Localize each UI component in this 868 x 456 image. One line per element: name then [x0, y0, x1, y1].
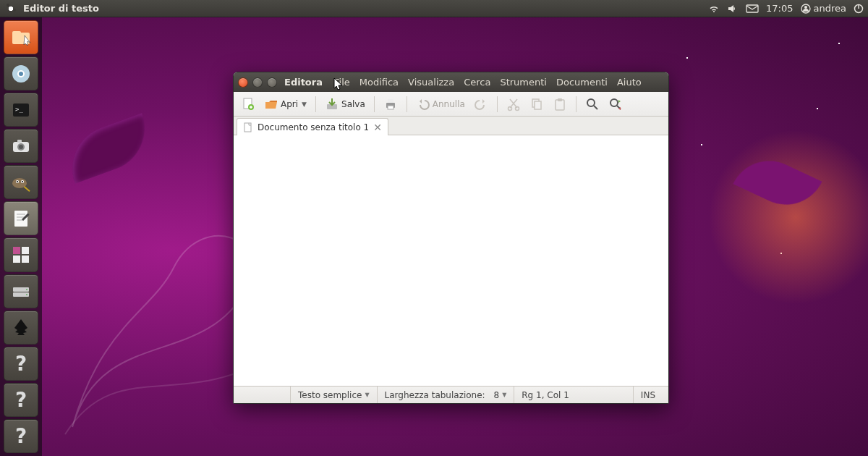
document-icon [243, 122, 253, 132]
ubuntu-logo-icon[interactable] [4, 2, 17, 15]
sound-indicator[interactable] [727, 4, 739, 14]
window-minimize-button[interactable] [252, 77, 263, 88]
toolbar-separator [374, 96, 375, 112]
open-button[interactable]: Apri▼ [261, 95, 310, 114]
launcher-terminal[interactable]: >_ [4, 93, 38, 127]
launcher-gedit[interactable] [4, 201, 38, 235]
toolbar: Apri▼ Salva Annulla [234, 92, 668, 117]
user-menu[interactable]: andrea [801, 3, 846, 14]
menu-view[interactable]: Visualizza [408, 77, 454, 88]
tab-width-selector[interactable]: Larghezza tabulazione: 8▼ [377, 387, 514, 403]
menu-documents[interactable]: Documenti [556, 77, 608, 88]
svg-rect-15 [17, 140, 22, 143]
launcher-chromium[interactable] [4, 56, 38, 90]
chevron-down-icon: ▼ [302, 101, 307, 108]
svg-rect-51 [244, 123, 251, 132]
toolbar-separator [407, 96, 407, 112]
launcher-gimp[interactable] [4, 165, 38, 199]
syntax-mode-selector[interactable]: Testo semplice▼ [290, 387, 377, 403]
tabbar: Documento senza titolo 1 ✕ [234, 117, 668, 135]
wallpaper-leaf [60, 113, 156, 183]
launcher-help[interactable]: ? [4, 419, 38, 453]
launcher-shotwell[interactable] [4, 129, 38, 163]
save-button[interactable]: Salva [322, 95, 368, 114]
active-app-title: Editor di testo [23, 3, 99, 14]
menubar: File Modifica Visualizza Cerca Strumenti… [334, 77, 642, 88]
svg-rect-30 [22, 256, 29, 263]
wallpaper-leaf [733, 148, 822, 217]
svg-rect-27 [13, 247, 20, 254]
toolbar-separator [576, 96, 576, 112]
titlebar[interactable]: Editora File Modifica Visualizza Cerca S… [234, 72, 668, 92]
svg-point-9 [19, 72, 23, 76]
insert-mode[interactable]: INS [633, 387, 663, 403]
menu-file[interactable]: File [334, 77, 350, 88]
chevron-down-icon: ▼ [502, 392, 506, 398]
clock[interactable]: 17:05 [766, 3, 793, 14]
new-document-button[interactable] [238, 95, 258, 114]
tab-title: Documento senza titolo 1 [258, 122, 369, 132]
window-maximize-button[interactable] [267, 77, 277, 88]
svg-rect-46 [558, 98, 562, 101]
svg-point-47 [587, 99, 595, 106]
gedit-window: Editora File Modifica Visualizza Cerca S… [233, 72, 669, 404]
svg-point-33 [26, 289, 27, 290]
text-editor-area[interactable] [234, 135, 668, 386]
launcher: >_ ? ? ? [0, 17, 42, 456]
launcher-files[interactable] [4, 20, 38, 54]
launcher-inkscape[interactable] [4, 311, 38, 345]
svg-point-2 [804, 6, 807, 9]
launcher-workspaces[interactable] [4, 237, 38, 271]
messages-indicator[interactable] [746, 4, 759, 14]
cursor-position: Rg 1, Col 1 [514, 387, 576, 403]
svg-point-20 [22, 181, 23, 182]
svg-point-34 [26, 294, 27, 295]
tab-close-button[interactable]: ✕ [373, 122, 382, 133]
chevron-down-icon: ▼ [365, 392, 369, 398]
menu-edit[interactable]: Modifica [359, 77, 399, 88]
svg-rect-4 [858, 4, 859, 9]
undo-button[interactable]: Annulla [413, 95, 468, 114]
find-replace-button[interactable] [605, 95, 626, 114]
menu-tools[interactable]: Strumenti [500, 77, 547, 88]
svg-rect-21 [24, 186, 30, 192]
toolbar-separator [315, 96, 316, 112]
svg-rect-39 [388, 99, 393, 103]
menu-help[interactable]: Aiuto [617, 77, 642, 88]
svg-line-48 [594, 106, 597, 109]
svg-rect-44 [535, 101, 541, 109]
svg-rect-40 [388, 106, 393, 109]
svg-point-41 [508, 106, 511, 110]
window-title: Editora [284, 77, 323, 88]
launcher-drive[interactable] [4, 274, 38, 308]
redo-button[interactable] [471, 95, 491, 114]
toolbar-separator [497, 96, 498, 112]
network-indicator[interactable] [708, 4, 720, 14]
svg-rect-45 [556, 100, 564, 110]
statusbar: Testo semplice▼ Larghezza tabulazione: 8… [234, 386, 668, 403]
svg-point-42 [515, 106, 519, 110]
session-indicator[interactable] [854, 4, 864, 14]
svg-point-49 [610, 99, 618, 106]
cut-button[interactable] [503, 95, 524, 114]
svg-rect-0 [746, 5, 758, 12]
svg-text:>_: >_ [15, 106, 23, 113]
svg-point-19 [17, 181, 18, 182]
svg-rect-29 [13, 256, 20, 263]
top-panel: Editor di testo 17:05 andrea [0, 0, 868, 17]
find-button[interactable] [582, 95, 603, 114]
svg-rect-28 [22, 247, 29, 254]
svg-rect-6 [12, 31, 21, 35]
svg-rect-22 [14, 211, 27, 227]
menu-search[interactable]: Cerca [464, 77, 490, 88]
paste-button[interactable] [550, 95, 570, 114]
window-close-button[interactable] [238, 77, 248, 88]
svg-point-14 [19, 145, 23, 149]
print-button[interactable] [380, 95, 401, 114]
launcher-help[interactable]: ? [4, 347, 38, 381]
copy-button[interactable] [527, 95, 547, 114]
document-tab[interactable]: Documento senza titolo 1 ✕ [237, 118, 388, 135]
launcher-help[interactable]: ? [4, 383, 38, 417]
